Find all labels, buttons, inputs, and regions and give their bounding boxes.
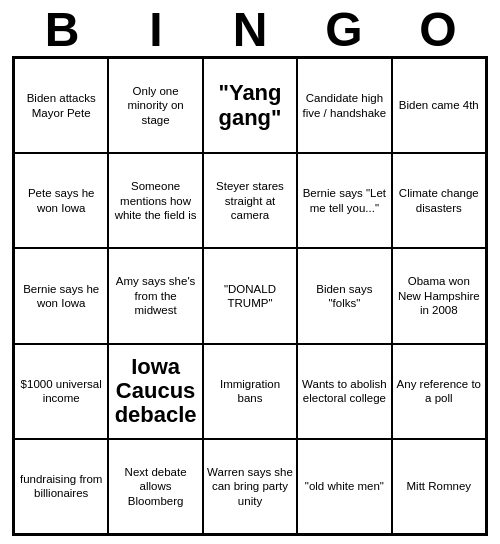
- bingo-cell-15[interactable]: $1000 universal income: [14, 344, 108, 439]
- letter-n: N: [206, 6, 294, 54]
- bingo-header: B I N G O: [15, 0, 485, 56]
- bingo-cell-19[interactable]: Any reference to a poll: [392, 344, 486, 439]
- bingo-cell-22[interactable]: Warren says she can bring party unity: [203, 439, 297, 534]
- bingo-grid: Biden attacks Mayor PeteOnly one minorit…: [12, 56, 488, 536]
- bingo-cell-18[interactable]: Wants to abolish electoral college: [297, 344, 391, 439]
- bingo-cell-6[interactable]: Someone mentions how white the field is: [108, 153, 202, 248]
- bingo-cell-17[interactable]: Immigration bans: [203, 344, 297, 439]
- bingo-cell-2[interactable]: "Yang gang": [203, 58, 297, 153]
- bingo-cell-0[interactable]: Biden attacks Mayor Pete: [14, 58, 108, 153]
- bingo-cell-4[interactable]: Biden came 4th: [392, 58, 486, 153]
- bingo-cell-23[interactable]: "old white men": [297, 439, 391, 534]
- bingo-cell-11[interactable]: Amy says she's from the midwest: [108, 248, 202, 343]
- bingo-cell-13[interactable]: Biden says "folks": [297, 248, 391, 343]
- letter-o: O: [394, 6, 482, 54]
- bingo-cell-16[interactable]: Iowa Caucus debacle: [108, 344, 202, 439]
- bingo-cell-8[interactable]: Bernie says "Let me tell you...": [297, 153, 391, 248]
- bingo-cell-20[interactable]: fundraising from billionaires: [14, 439, 108, 534]
- bingo-cell-7[interactable]: Steyer stares straight at camera: [203, 153, 297, 248]
- bingo-cell-14[interactable]: Obama won New Hampshire in 2008: [392, 248, 486, 343]
- bingo-cell-24[interactable]: Mitt Romney: [392, 439, 486, 534]
- letter-i: I: [112, 6, 200, 54]
- bingo-cell-10[interactable]: Bernie says he won Iowa: [14, 248, 108, 343]
- bingo-cell-1[interactable]: Only one minority on stage: [108, 58, 202, 153]
- bingo-cell-12[interactable]: "DONALD TRUMP": [203, 248, 297, 343]
- bingo-cell-21[interactable]: Next debate allows Bloomberg: [108, 439, 202, 534]
- bingo-cell-3[interactable]: Candidate high five / handshake: [297, 58, 391, 153]
- letter-b: B: [18, 6, 106, 54]
- letter-g: G: [300, 6, 388, 54]
- bingo-cell-9[interactable]: Climate change disasters: [392, 153, 486, 248]
- bingo-cell-5[interactable]: Pete says he won Iowa: [14, 153, 108, 248]
